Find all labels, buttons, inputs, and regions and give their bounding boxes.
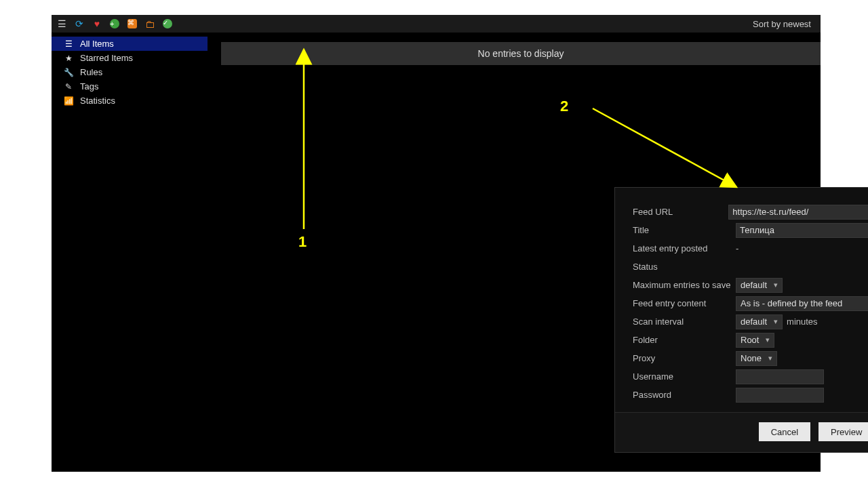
sidebar-item-label: Rules xyxy=(80,67,102,77)
empty-message: No entries to display xyxy=(221,42,821,65)
label-status: Status xyxy=(633,262,736,272)
wrench-icon: 🔧 xyxy=(64,68,73,77)
sidebar-item-all-items[interactable]: ☰ All Items xyxy=(52,37,208,51)
add-feed-icon[interactable]: + xyxy=(108,18,121,30)
heart-icon[interactable]: ♥ xyxy=(91,18,103,30)
feed-url-input[interactable] xyxy=(728,205,868,220)
title-input[interactable] xyxy=(736,223,868,238)
label-folder: Folder xyxy=(633,335,736,345)
label-feed-content: Feed entry content xyxy=(633,298,736,308)
feed-dialog: Feed URL Load Title Latest entry pos xyxy=(614,187,868,453)
proxy-select[interactable]: None xyxy=(736,351,777,366)
scan-interval-select[interactable]: default xyxy=(736,314,783,329)
annotation-label-2: 2 xyxy=(560,98,568,115)
check-icon[interactable]: ✓ xyxy=(161,18,174,30)
stats-icon: 📶 xyxy=(64,96,73,106)
star-icon: ★ xyxy=(64,54,73,63)
sidebar-item-rules[interactable]: 🔧 Rules xyxy=(52,65,208,79)
sidebar-item-label: All Items xyxy=(80,39,114,49)
label-latest-entry: Latest entry posted xyxy=(633,243,736,253)
list-icon: ☰ xyxy=(64,39,73,49)
label-max-entries: Maximum entries to save xyxy=(633,280,736,290)
menu-icon[interactable]: ☰ xyxy=(56,18,68,30)
feed-content-select[interactable]: As is - defined by the feed xyxy=(736,296,868,311)
preview-button[interactable]: Preview xyxy=(818,422,868,441)
sidebar: ☰ All Items ★ Starred Items 🔧 Rules ✎ Ta… xyxy=(52,33,208,472)
sidebar-item-tags[interactable]: ✎ Tags xyxy=(52,79,208,94)
label-minutes: minutes xyxy=(787,317,818,327)
label-scan-interval: Scan interval xyxy=(633,317,736,327)
toolbar: ☰ ⟳ ♥ + ⌘ 🗀 ✓ Sort by newest xyxy=(52,15,821,33)
label-proxy: Proxy xyxy=(633,353,736,363)
password-input[interactable] xyxy=(736,388,824,403)
sidebar-item-statistics[interactable]: 📶 Statistics xyxy=(52,94,208,108)
value-latest-entry: - xyxy=(736,243,868,253)
sidebar-item-label: Statistics xyxy=(80,96,115,106)
rss-icon[interactable]: ⌘ xyxy=(126,18,138,30)
max-entries-select[interactable]: default xyxy=(736,278,783,293)
label-feed-url: Feed URL xyxy=(633,207,728,217)
annotation-label-1: 1 xyxy=(298,233,307,251)
sidebar-item-starred[interactable]: ★ Starred Items xyxy=(52,51,208,65)
username-input[interactable] xyxy=(736,369,824,384)
cancel-button[interactable]: Cancel xyxy=(759,422,810,441)
main-area: No entries to display Feed URL Load Titl… xyxy=(208,33,821,472)
label-title: Title xyxy=(633,225,736,235)
label-username: Username xyxy=(633,371,736,382)
add-folder-icon[interactable]: 🗀 xyxy=(144,18,156,30)
app-window: ☰ ⟳ ♥ + ⌘ 🗀 ✓ Sort by newest ☰ All Items… xyxy=(52,15,821,472)
label-password: Password xyxy=(633,390,736,400)
svg-line-1 xyxy=(593,108,736,187)
refresh-icon[interactable]: ⟳ xyxy=(73,18,85,30)
folder-select[interactable]: Root xyxy=(736,333,774,348)
sidebar-item-label: Starred Items xyxy=(80,53,133,63)
sidebar-item-label: Tags xyxy=(80,81,98,92)
sort-dropdown[interactable]: Sort by newest xyxy=(753,19,816,29)
tag-icon: ✎ xyxy=(64,82,73,92)
